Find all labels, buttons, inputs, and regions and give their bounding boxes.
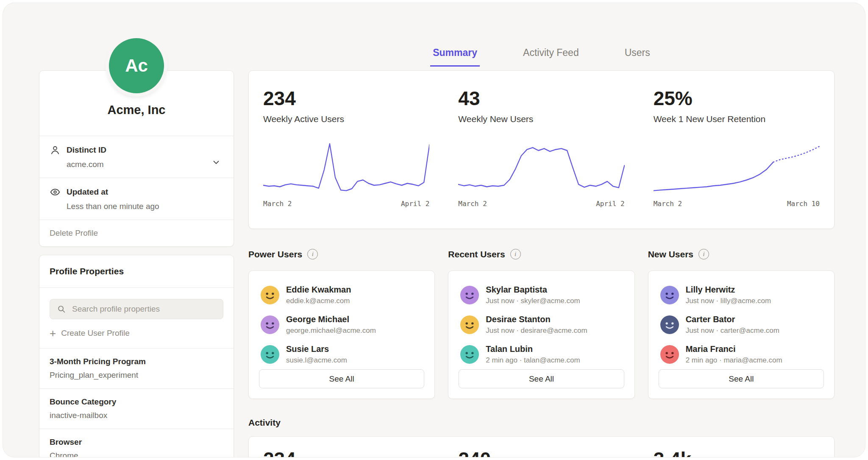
- metric-label: Weekly Active Users: [263, 114, 429, 124]
- recent-users-card: Skylar Baptista Just now · skyler@acme.c…: [448, 270, 634, 399]
- profile-properties-search[interactable]: [50, 299, 223, 319]
- chart-axis-labels: March 2 April 2: [263, 200, 429, 208]
- user-name: Talan Lubin: [486, 344, 580, 354]
- sparkline-chart: [654, 139, 820, 195]
- user-name: Maria Franci: [686, 344, 782, 354]
- user-lists-header: Power Users i Recent Users i New Users i: [248, 249, 835, 259]
- create-user-profile-label: Create User Profile: [61, 329, 130, 338]
- profile-properties-card: Profile Properties + Create User Profile…: [39, 255, 234, 457]
- metric-value: 25%: [654, 89, 820, 108]
- see-all-button[interactable]: See All: [459, 369, 624, 388]
- activity-stat: 240: [444, 449, 639, 457]
- user-row[interactable]: Eddie Kwakman eddie.k@acme.com: [259, 280, 424, 310]
- avatar: [261, 315, 279, 334]
- new-users-card: Lilly Herwitz Just now · lilly@acme.com …: [648, 270, 835, 399]
- sparkline-chart: [458, 139, 624, 195]
- user-name: George Michael: [286, 315, 376, 324]
- activity-section-title: Activity: [248, 418, 281, 428]
- updated-at-value: Less than one minute ago: [67, 202, 209, 211]
- new-users-title: New Users i: [648, 249, 835, 259]
- activity-card: 234 240 3.4k: [248, 436, 835, 457]
- user-meta: Just now · desirare@acme.com: [486, 326, 587, 335]
- search-icon: [57, 304, 66, 314]
- user-name: Eddie Kwakman: [286, 285, 351, 295]
- avatar: [460, 286, 479, 304]
- user-row[interactable]: Talan Lubin 2 min ago · talan@acme.com: [459, 340, 624, 369]
- user-meta: susie.l@acme.com: [286, 356, 347, 365]
- avatar: [660, 286, 679, 304]
- axis-end-label: April 2: [596, 200, 624, 208]
- tab-bar: Summary Activity Feed Users: [248, 47, 835, 67]
- list-title-label: Power Users: [248, 249, 302, 259]
- user-meta: Just now · carter@acme.com: [686, 326, 779, 335]
- user-name: Susie Lars: [286, 344, 347, 354]
- distinct-id-label: Distinct ID: [67, 145, 209, 155]
- property-label: Browser: [50, 438, 223, 447]
- org-avatar-initials: Ac: [125, 56, 148, 76]
- create-user-profile-button[interactable]: + Create User Profile: [50, 329, 223, 338]
- activity-stat: 234: [249, 449, 444, 457]
- property-value: Chrome: [50, 451, 223, 457]
- identity-card: Acme, Inc Distinct ID acme.com: [39, 70, 234, 247]
- avatar: [660, 315, 679, 334]
- distinct-id-row[interactable]: Distinct ID acme.com: [39, 136, 234, 178]
- tab-summary[interactable]: Summary: [430, 47, 480, 67]
- activity-stat: 3.4k: [639, 449, 834, 457]
- info-icon[interactable]: i: [307, 249, 318, 259]
- user-row[interactable]: Desirae Stanton Just now · desirare@acme…: [459, 310, 624, 340]
- property-value: Pricing_plan_experiment: [50, 371, 223, 380]
- user-meta: george.michael@acme.com: [286, 326, 376, 335]
- user-row[interactable]: George Michael george.michael@acme.com: [259, 310, 424, 340]
- info-icon[interactable]: i: [698, 249, 709, 259]
- tab-users[interactable]: Users: [622, 47, 653, 67]
- search-input[interactable]: [71, 304, 216, 314]
- avatar: [460, 345, 479, 364]
- chart-axis-labels: March 2 April 2: [458, 200, 624, 208]
- user-meta: 2 min ago · maria@acme.com: [686, 356, 782, 365]
- plus-icon: +: [50, 329, 56, 337]
- avatar: [660, 345, 679, 364]
- user-name: Skylar Baptista: [486, 285, 580, 295]
- user-name: Lilly Herwitz: [686, 285, 771, 295]
- user-row[interactable]: Susie Lars susie.l@acme.com: [259, 340, 424, 369]
- user-cards-row: Eddie Kwakman eddie.k@acme.com George Mi…: [248, 270, 835, 399]
- updated-at-label: Updated at: [67, 187, 209, 197]
- property-row: Browser Chrome: [39, 429, 234, 457]
- info-icon[interactable]: i: [510, 249, 521, 259]
- tab-activity-feed[interactable]: Activity Feed: [520, 47, 581, 67]
- delete-profile-button[interactable]: Delete Profile: [39, 220, 234, 246]
- property-value: inactive-mailbox: [50, 411, 223, 420]
- axis-start-label: March 2: [654, 200, 682, 208]
- avatar: [460, 315, 479, 334]
- axis-end-label: April 2: [401, 200, 429, 208]
- axis-start-label: March 2: [458, 200, 487, 208]
- property-label: 3-Month Pricing Program: [50, 357, 223, 366]
- user-row[interactable]: Skylar Baptista Just now · skyler@acme.c…: [459, 280, 624, 310]
- eye-icon: [50, 187, 67, 198]
- user-name: Desirae Stanton: [486, 315, 587, 324]
- metric-label: Week 1 New User Retention: [654, 114, 820, 124]
- recent-users-title: Recent Users i: [448, 249, 634, 259]
- distinct-id-value: acme.com: [67, 160, 209, 169]
- power-users-card: Eddie Kwakman eddie.k@acme.com George Mi…: [248, 270, 435, 399]
- summary-metrics-card: 234 Weekly Active Users March 2 April 2 …: [248, 70, 835, 229]
- user-row[interactable]: Maria Franci 2 min ago · maria@acme.com: [659, 340, 824, 369]
- chevron-down-icon[interactable]: [209, 158, 223, 167]
- profile-properties-title: Profile Properties: [39, 255, 234, 288]
- metric-week1-retention: 25% Week 1 New User Retention March 2 Ma…: [639, 89, 834, 215]
- axis-start-label: March 2: [263, 200, 292, 208]
- user-row[interactable]: Carter Bator Just now · carter@acme.com: [659, 310, 824, 340]
- see-all-button[interactable]: See All: [259, 369, 424, 388]
- user-row[interactable]: Lilly Herwitz Just now · lilly@acme.com: [659, 280, 824, 310]
- metric-value: 234: [263, 89, 429, 108]
- property-row: Bounce Category inactive-mailbox: [39, 388, 234, 429]
- avatar: [261, 345, 279, 364]
- sparkline-chart: [263, 139, 429, 195]
- power-users-title: Power Users i: [248, 249, 435, 259]
- avatar: [261, 286, 279, 304]
- see-all-button[interactable]: See All: [659, 369, 824, 388]
- org-avatar: Ac: [109, 38, 164, 93]
- updated-at-row: Updated at Less than one minute ago: [39, 178, 234, 220]
- user-name: Carter Bator: [686, 315, 779, 324]
- property-label: Bounce Category: [50, 397, 223, 407]
